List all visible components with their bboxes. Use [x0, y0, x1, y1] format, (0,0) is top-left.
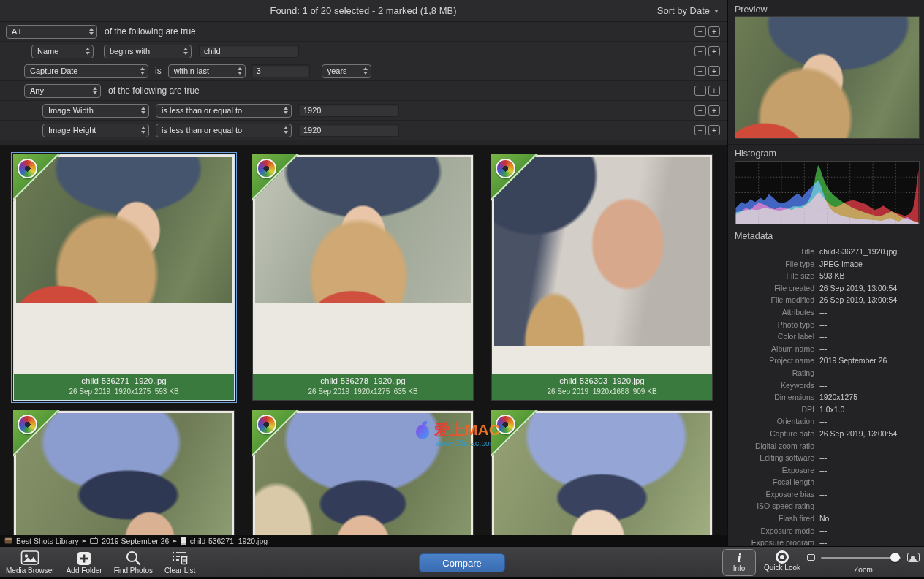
metadata-row: Capture date26 Sep 2019, 13:00:54: [728, 429, 924, 442]
photo-image: [255, 157, 471, 303]
photo-grid-area: child-536271_1920.jpg 26 Sep 2019 1920x1…: [0, 145, 727, 535]
match-select[interactable]: Any: [24, 84, 101, 98]
zoom-slider-knob[interactable]: [890, 553, 900, 562]
metadata-row: File size593 KB: [728, 271, 924, 284]
remove-rule-button[interactable]: −: [694, 26, 706, 37]
breadcrumb-separator-icon: ▶: [173, 538, 176, 544]
value-input[interactable]: [251, 64, 310, 77]
breadcrumb-item[interactable]: 2019 September 26: [102, 537, 169, 545]
metadata-label: File size: [728, 271, 814, 280]
metadata-label: Dimensions: [728, 393, 814, 401]
zoom-slider[interactable]: [821, 557, 901, 559]
operator-select[interactable]: is less than or equal to: [156, 124, 292, 137]
metadata-value: ---: [819, 526, 828, 535]
sort-control[interactable]: Sort by Date ▼: [657, 5, 719, 16]
stepper-icon: [238, 67, 242, 75]
metadata-row: Attributes---: [728, 308, 924, 320]
add-rule-button[interactable]: +: [708, 125, 720, 135]
quick-look-button[interactable]: Quick Look: [760, 550, 804, 572]
operator-select[interactable]: within last: [168, 64, 246, 78]
group-condition-text: of the following are true: [108, 86, 200, 96]
app-window: Found: 1 of 20 selected - 2 marked (1,8 …: [0, 0, 924, 579]
remove-rule-button[interactable]: −: [694, 66, 706, 76]
metadata-label: Capture date: [728, 429, 814, 438]
filter-group-row: All of the following are true −+: [0, 22, 727, 42]
add-rule-button[interactable]: +: [708, 46, 720, 56]
photo-filename: child-536278_1920.jpg: [253, 374, 473, 385]
photo-thumbnail[interactable]: child-536303_1920.jpg 26 Sep 2019 1920x1…: [491, 154, 713, 401]
metadata-row: Photo type---: [728, 320, 924, 333]
metadata-value: ---: [819, 466, 828, 474]
field-select[interactable]: Image Width: [42, 104, 149, 118]
metadata-list: Titlechild-536271_1920.jpgFile typeJPEG …: [728, 247, 924, 546]
stepper-icon: [93, 87, 97, 94]
metadata-label: Keywords: [728, 381, 814, 390]
remove-rule-button[interactable]: −: [694, 125, 706, 135]
clear-list-label: Clear List: [164, 567, 195, 575]
metadata-row: Rating---: [728, 368, 924, 381]
metadata-value: 26 Sep 2019, 13:00:54: [819, 295, 897, 304]
add-rule-button[interactable]: +: [708, 26, 720, 37]
photo-thumbnail[interactable]: child-536278_1920.jpg 26 Sep 2019 1920x1…: [252, 154, 474, 401]
marked-badge-icon: [18, 159, 37, 178]
breadcrumb-item[interactable]: Best Shots Library: [16, 537, 79, 545]
compare-button[interactable]: Compare: [419, 553, 505, 572]
breadcrumb-item[interactable]: child-536271_1920.jpg: [190, 537, 268, 545]
photo-caption: child-536278_1920.jpg 26 Sep 2019 1920x1…: [253, 374, 473, 400]
photo-thumbnail[interactable]: [13, 410, 235, 535]
find-photos-button[interactable]: Find Photos: [114, 548, 153, 575]
field-select[interactable]: Name: [31, 45, 94, 58]
metadata-row: Project name2019 September 26: [728, 356, 924, 368]
filter-rules: All of the following are true −+ Name be…: [0, 22, 727, 140]
value-input[interactable]: [298, 104, 399, 117]
stepper-icon: [284, 107, 288, 114]
breadcrumb: Best Shots Library▶2019 September 26▶chi…: [0, 535, 727, 546]
sort-label: Sort by Date: [657, 5, 710, 16]
photo-details: 26 Sep 2019 1920x1275 593 KB: [14, 385, 234, 396]
photo-image: [16, 157, 232, 303]
metadata-label: File created: [728, 284, 814, 292]
metadata-label: Exposure: [728, 466, 814, 474]
unit-select[interactable]: years: [322, 64, 371, 78]
remove-rule-button[interactable]: −: [694, 105, 706, 116]
match-select[interactable]: All: [6, 25, 97, 39]
photo-thumbnail[interactable]: [491, 410, 713, 535]
metadata-row: Exposure mode---: [728, 526, 924, 539]
add-folder-button[interactable]: Add Folder: [67, 548, 102, 575]
metadata-value: No: [819, 514, 829, 523]
media-browser-button[interactable]: Media Browser: [6, 548, 55, 575]
clear-list-button[interactable]: Clear List: [164, 548, 195, 575]
divider: [728, 227, 924, 227]
value-input[interactable]: [298, 124, 399, 137]
file-icon: [181, 537, 186, 545]
metadata-label: Attributes: [728, 308, 814, 317]
apple-logo-icon: [414, 420, 431, 440]
marked-badge-icon: [496, 159, 515, 178]
remove-rule-button[interactable]: −: [694, 86, 706, 96]
remove-rule-button[interactable]: −: [694, 46, 706, 56]
preview-image: [735, 16, 920, 139]
metadata-row: Exposure---: [728, 466, 924, 478]
field-select[interactable]: Image Height: [42, 124, 149, 137]
metadata-row: Keywords---: [728, 381, 924, 393]
photo-thumbnail[interactable]: child-536271_1920.jpg 26 Sep 2019 1920x1…: [13, 154, 235, 401]
operator-select[interactable]: is less than or equal to: [156, 104, 292, 118]
field-select[interactable]: Capture Date: [24, 64, 148, 78]
add-rule-button[interactable]: +: [708, 66, 720, 76]
metadata-label: Exposure program: [728, 538, 814, 546]
add-rule-button[interactable]: +: [708, 105, 720, 116]
info-button[interactable]: i Info: [722, 549, 756, 576]
histogram-section-label: Histogram: [728, 148, 776, 159]
clear-list-icon: [171, 548, 189, 566]
add-rule-button[interactable]: +: [708, 86, 720, 96]
value-input[interactable]: [199, 45, 299, 58]
metadata-value: ---: [819, 442, 828, 450]
stepper-icon: [183, 48, 188, 55]
metadata-row: ISO speed rating---: [728, 502, 924, 514]
zoom-label: Zoom: [807, 566, 920, 574]
metadata-value: ---: [819, 381, 828, 390]
operator-select[interactable]: begins with: [104, 45, 192, 58]
zoom-out-icon: [807, 554, 815, 561]
add-folder-label: Add Folder: [67, 567, 102, 575]
stepper-icon: [86, 48, 90, 55]
